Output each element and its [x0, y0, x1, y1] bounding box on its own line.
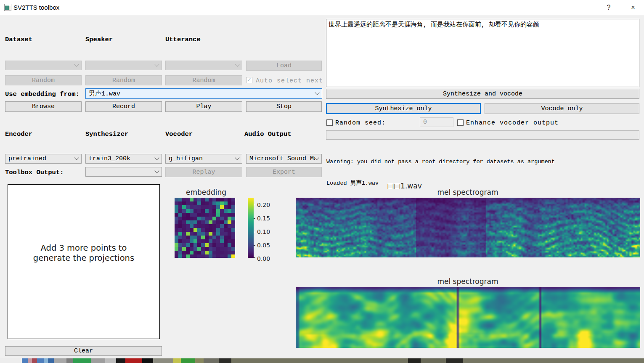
colorbar-tick-label: 0.05	[257, 242, 270, 249]
colorbar-tick	[254, 205, 255, 205]
close-button[interactable]: ×	[623, 0, 643, 15]
auto-select-checkbox[interactable]: ✓	[246, 77, 252, 83]
dataset-combo[interactable]	[5, 61, 82, 70]
export-button[interactable]: Export	[246, 167, 322, 177]
load-button[interactable]: Load	[246, 61, 322, 71]
toolbox-output-label: Toolbox Output:	[5, 169, 64, 176]
auto-select-label: Auto select next	[256, 77, 323, 85]
synthesizer-value: train3_200k	[89, 155, 130, 162]
mel2-title: mel spectrogram	[437, 277, 498, 286]
record-button[interactable]: Record	[85, 101, 162, 112]
dataset-label: Dataset	[5, 36, 32, 43]
random-seed-label: Random seed:	[335, 119, 386, 127]
app-icon	[4, 4, 11, 11]
window-title: SV2TTS toolbox	[13, 4, 59, 11]
vocoder-value: g_hifigan	[169, 155, 203, 162]
vocode-only-button[interactable]: Vocode only	[485, 103, 639, 114]
encoder-value: pretrained	[8, 155, 46, 162]
log-line: Loaded 男声1.wav	[326, 180, 640, 187]
synthesizer-label: Synthesizer	[85, 130, 128, 138]
check-icon: ✓	[247, 77, 252, 83]
log-line: Warning: you did not pass a root directo…	[326, 158, 640, 165]
chevron-down-icon	[154, 155, 159, 160]
audio-output-combo[interactable]: Microsoft Sound Mapper	[246, 154, 322, 164]
enhance-vocoder-checkbox[interactable]	[457, 119, 464, 126]
random-seed-checkbox[interactable]	[326, 119, 333, 126]
clear-button[interactable]: Clear	[5, 346, 162, 356]
colorbar-tick-label: 0.00	[257, 255, 270, 262]
seed-input[interactable]: 0	[420, 117, 453, 127]
record-title: □□1.wav	[387, 182, 422, 190]
colorbar-tick-label: 0.10	[257, 228, 270, 235]
help-button[interactable]: ?	[599, 0, 618, 15]
colorbar-tick-label: 0.15	[257, 215, 270, 222]
embedding-heatmap	[175, 198, 235, 258]
browse-button[interactable]: Browse	[5, 101, 82, 112]
progress-bar	[326, 130, 639, 140]
colorbar-tick	[254, 245, 255, 246]
embedding-title: embedding	[186, 188, 226, 196]
chevron-down-icon	[74, 155, 79, 160]
synthesis-text-input[interactable]: 世界上最遥远的距离不是天涯海角, 而是我站在你面前, 却看不见你的容颜	[326, 19, 639, 87]
colorbar-tick	[254, 232, 255, 232]
enhance-vocoder-label: Enhance vocoder output	[466, 119, 559, 127]
chevron-down-icon	[74, 62, 79, 66]
colorbar-tick	[254, 218, 255, 219]
use-embedding-label: Use embedding from:	[5, 90, 80, 98]
chevron-down-icon	[154, 168, 159, 173]
audio-output-label: Audio Output	[244, 130, 292, 138]
seed-value: 0	[423, 119, 427, 126]
chevron-down-icon	[315, 90, 319, 95]
speaker-combo[interactable]	[85, 61, 162, 70]
chevron-down-icon	[314, 155, 319, 160]
synthesizer-combo[interactable]: train3_200k	[85, 154, 162, 164]
embedding-source-combo[interactable]: 男声1.wav	[85, 88, 322, 99]
play-button[interactable]: Play	[165, 101, 242, 112]
embedding-colorbar	[248, 198, 254, 258]
synthesize-and-vocode-button[interactable]: Synthesize and vocode	[326, 89, 639, 99]
chevron-down-icon	[154, 62, 159, 66]
projections-message-line2: generate the projections	[33, 253, 134, 263]
colorbar-tick	[254, 257, 255, 258]
utterance-random-button[interactable]: Random	[165, 75, 242, 85]
vocoder-label: Vocoder	[165, 130, 193, 138]
toolbox-output-combo[interactable]	[85, 167, 162, 177]
audio-output-value: Microsoft Sound Mapper	[249, 155, 315, 162]
chevron-down-icon	[235, 62, 239, 66]
mel-spectrogram-target	[296, 198, 640, 257]
utterance-combo[interactable]	[165, 61, 242, 70]
utterance-label: Utterance	[165, 36, 201, 43]
dataset-random-button[interactable]: Random	[5, 75, 82, 85]
taskbar-strip	[0, 358, 644, 363]
vocoder-combo[interactable]: g_hifigan	[165, 154, 242, 164]
encoder-label: Encoder	[5, 130, 32, 138]
mel1-title: mel spectrogram	[437, 188, 498, 196]
speaker-random-button[interactable]: Random	[85, 75, 162, 85]
projections-message-line1: Add 3 more points to	[33, 243, 134, 253]
speaker-label: Speaker	[85, 36, 113, 43]
chevron-down-icon	[235, 155, 239, 160]
title-bar: SV2TTS toolbox ? ×	[0, 0, 644, 15]
encoder-combo[interactable]: pretrained	[5, 154, 82, 164]
mel-spectrogram-generated	[296, 287, 640, 348]
stop-button[interactable]: Stop	[246, 101, 322, 112]
projections-panel: Add 3 more points to generate the projec…	[8, 184, 160, 339]
replay-button[interactable]: Replay	[165, 167, 242, 177]
embedding-source-value: 男声1.wav	[89, 90, 120, 98]
colorbar-tick-label: 0.20	[257, 201, 270, 208]
synthesize-only-button[interactable]: Synthesize only	[326, 103, 481, 114]
